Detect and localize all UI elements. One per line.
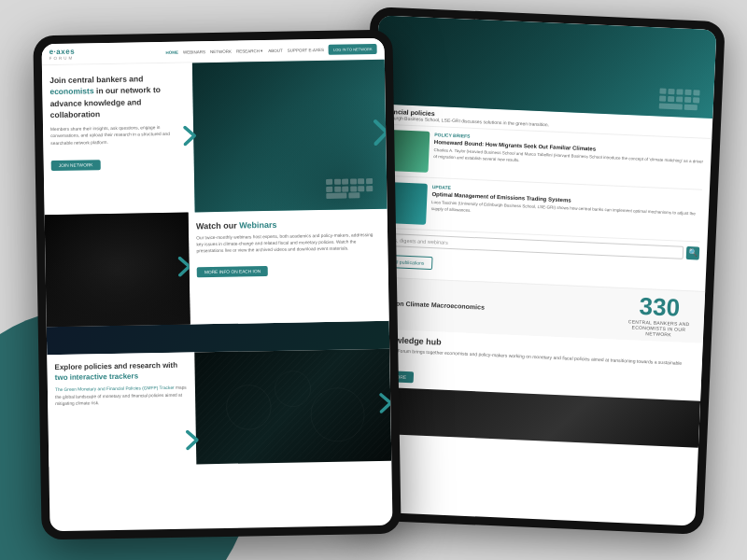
- nav-about[interactable]: ABOUT: [268, 48, 283, 52]
- front-hero-text: Join central bankers and economists in o…: [42, 63, 195, 215]
- nav-support[interactable]: SUPPORT E-AXES: [288, 47, 324, 52]
- nav-network[interactable]: NETWORK: [210, 49, 232, 53]
- front-webinar-description: Our twice-monthly webinars host experts,…: [196, 231, 380, 255]
- nav-webinars[interactable]: WEBINARS: [183, 49, 205, 54]
- policies-image-chevron: [379, 393, 391, 417]
- front-policies-image: [194, 349, 391, 465]
- hero-section-chevron: [183, 125, 196, 149]
- front-hero-section: Join central bankers and economists in o…: [42, 60, 388, 215]
- front-policies-title: Explore policies and research with two i…: [54, 360, 187, 384]
- front-hero-description: Members share their insights, ask questi…: [50, 124, 187, 147]
- tablet-front-screen: e·axes FORUM HOME WEBINARS NETWORK RESEA…: [41, 38, 392, 531]
- tablet-front: e·axes FORUM HOME WEBINARS NETWORK RESEA…: [33, 30, 401, 540]
- nav-login-button[interactable]: LOG IN TO NETWORK: [329, 43, 377, 54]
- back-hero-image: [375, 15, 717, 119]
- front-policies-desc: The Green Monetary and Financial Policie…: [55, 385, 188, 407]
- front-webinar-title: Watch our Webinars: [196, 218, 380, 231]
- back-search-button[interactable]: 🔍: [686, 245, 700, 259]
- front-webinar-button[interactable]: MORE INFO ON EACH ION: [197, 266, 268, 277]
- tablet-back-screen: financial policies Edinburgh Business Sc…: [358, 15, 717, 525]
- front-hero-image: [192, 60, 387, 213]
- front-hero-title: Join central bankers and economists in o…: [49, 73, 186, 121]
- front-webinar-image: [45, 213, 190, 328]
- front-nav-links: HOME WEBINARS NETWORK RESEARCH ▾ ABOUT S…: [165, 43, 376, 57]
- front-webinar-text: Watch our Webinars Our twice-monthly web…: [189, 209, 389, 325]
- front-policies-text: Explore policies and research with two i…: [47, 352, 196, 467]
- front-join-button[interactable]: JOIN NETWORK: [51, 160, 101, 171]
- hero-chevron-deco: [374, 119, 388, 149]
- front-logo: e·axes FORUM: [49, 48, 76, 61]
- tablet-back: financial policies Edinburgh Business Sc…: [348, 7, 726, 535]
- policies-section-chevron: [186, 429, 199, 454]
- back-articles-section: POLICY BRIEFS Homeward Bound: How Migran…: [368, 124, 712, 291]
- back-article-2: UPDATE Optimal Management of Emissions T…: [377, 181, 702, 242]
- nav-home[interactable]: HOME: [165, 49, 178, 54]
- front-policies-section: Explore policies and research with two i…: [47, 349, 391, 467]
- back-article-1: POLICY BRIEFS Homeward Bound: How Migran…: [379, 129, 704, 189]
- front-webinar-section: Watch our Webinars Our twice-monthly web…: [45, 209, 389, 327]
- webinar-image-chevron: [178, 256, 190, 280]
- nav-research[interactable]: RESEARCH ▾: [236, 49, 263, 54]
